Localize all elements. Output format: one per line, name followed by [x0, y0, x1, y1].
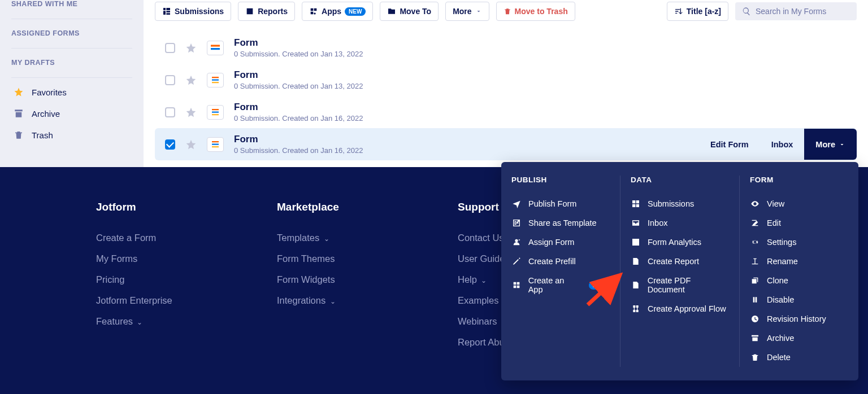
footer-link-features[interactable]: Features ⌄ [96, 316, 209, 327]
form-row[interactable]: Form 0 Submission. Created on Jan 16, 20… [155, 96, 857, 128]
menu-section-head: FORM [750, 176, 848, 184]
svg-rect-10 [212, 146, 219, 147]
sidebar-item-trash[interactable]: Trash [11, 124, 132, 146]
form-type-icon [207, 41, 224, 55]
form-type-icon [207, 73, 224, 87]
menu-item-settings[interactable]: Settings [750, 233, 848, 252]
footer-col-title: Jotform [96, 201, 209, 213]
apps-button[interactable]: Apps NEW [302, 2, 373, 21]
menu-item-view[interactable]: View [750, 194, 848, 213]
form-subtitle: 0 Submission. Created on Jan 16, 2022 [234, 146, 363, 155]
chevron-down-icon [839, 141, 845, 148]
svg-rect-1 [211, 48, 220, 50]
footer-link-templates[interactable]: Templates ⌄ [277, 233, 390, 243]
pencil-icon [511, 257, 522, 266]
star-icon [14, 87, 24, 97]
form-row[interactable]: Form 0 Submission. Created on Jan 13, 20… [155, 32, 857, 64]
sidebar-item-archive[interactable]: Archive [11, 103, 132, 124]
form-row[interactable]: Form 0 Submission. Created on Jan 13, 20… [155, 64, 857, 96]
star-icon[interactable] [185, 75, 197, 86]
menu-item-inbox[interactable]: Inbox [631, 213, 729, 233]
sidebar-item-favorites[interactable]: Favorites [11, 81, 132, 103]
trash-icon [504, 7, 511, 15]
button-label: Move to Trash [515, 7, 568, 16]
divider [11, 48, 132, 49]
main: Submissions Reports Apps NEW Move To Mor… [144, 0, 868, 167]
menu-item-delete[interactable]: Delete [750, 348, 848, 367]
footer-link-integrations[interactable]: Integrations ⌄ [277, 295, 390, 306]
archive-icon [14, 108, 24, 119]
edit-form-button[interactable]: Edit Form [699, 129, 760, 160]
menu-item-create-pdf[interactable]: Create PDF Document [631, 271, 729, 299]
sidebar-item-label: Favorites [32, 87, 67, 97]
assign-icon [511, 238, 522, 247]
sidebar-section-shared[interactable]: SHARED WITH ME [11, 0, 132, 15]
report-icon [631, 257, 641, 266]
menu-item-clone[interactable]: Clone [750, 271, 848, 290]
menu-item-disable[interactable]: Disable [750, 290, 848, 309]
footer-link-widgets[interactable]: Form Widgets [277, 274, 390, 285]
more-button[interactable]: More [445, 2, 489, 21]
checkbox[interactable] [165, 139, 175, 150]
sort-icon [674, 7, 683, 16]
sort-button[interactable]: Title [a-z] [667, 2, 728, 21]
menu-item-analytics[interactable]: Form Analytics [631, 233, 729, 252]
sidebar: SHARED WITH ME ASSIGNED FORMS MY DRAFTS … [0, 0, 144, 167]
trash-icon [750, 353, 760, 362]
sidebar-item-label: Trash [32, 130, 53, 140]
svg-rect-5 [212, 109, 219, 110]
form-subtitle: 0 Submission. Created on Jan 16, 2022 [234, 114, 363, 122]
star-icon[interactable] [185, 42, 197, 54]
footer-link-my-forms[interactable]: My Forms [96, 253, 209, 264]
history-icon [750, 314, 760, 323]
inbox-button[interactable]: Inbox [760, 129, 805, 160]
form-title: Form [234, 69, 363, 81]
chevron-down-icon: ⌄ [322, 235, 329, 243]
form-title: Form [234, 37, 363, 49]
checkbox[interactable] [165, 75, 175, 85]
clone-icon [750, 276, 760, 285]
form-subtitle: 0 Submission. Created on Jan 13, 2022 [234, 82, 363, 90]
sidebar-section-drafts[interactable]: MY DRAFTS [11, 52, 132, 74]
menu-item-create-prefill[interactable]: Create Prefill [511, 252, 610, 271]
trash-icon [14, 130, 24, 140]
menu-item-revision[interactable]: Revision History [750, 309, 848, 329]
star-icon[interactable] [185, 107, 197, 118]
search-input[interactable] [756, 7, 850, 16]
row-more-button[interactable]: More [804, 129, 857, 160]
footer-link-create-form[interactable]: Create a Form [96, 233, 209, 243]
menu-item-approval-flow[interactable]: Create Approval Flow [631, 299, 729, 318]
footer-link-enterprise[interactable]: Jotform Enterprise [96, 295, 209, 306]
move-to-button[interactable]: Move To [380, 2, 439, 21]
menu-item-rename[interactable]: Rename [750, 252, 848, 271]
menu-item-create-report[interactable]: Create Report [631, 252, 729, 271]
menu-item-publish-form[interactable]: Publish Form [511, 194, 610, 213]
footer-link-themes[interactable]: Form Themes [277, 253, 390, 264]
button-label: Apps [322, 7, 341, 16]
menu-item-create-app[interactable]: Create an AppNEW [511, 271, 610, 299]
move-to-trash-button[interactable]: Move to Trash [496, 2, 575, 21]
menu-item-share-template[interactable]: Share as Template [511, 213, 610, 233]
checkbox[interactable] [165, 107, 175, 117]
menu-item-assign-form[interactable]: Assign Form [511, 233, 610, 252]
pause-icon [750, 295, 760, 304]
menu-item-submissions[interactable]: Submissions [631, 194, 729, 213]
sidebar-section-assigned[interactable]: ASSIGNED FORMS [11, 23, 132, 45]
form-type-icon [207, 105, 224, 120]
form-row[interactable]: Form 0 Submission. Created on Jan 16, 20… [155, 128, 857, 160]
chart-icon [245, 7, 254, 16]
star-icon[interactable] [185, 139, 197, 150]
submissions-button[interactable]: Submissions [155, 2, 231, 21]
checkbox[interactable] [165, 43, 175, 53]
reports-button[interactable]: Reports [238, 2, 295, 21]
flow-icon [631, 304, 641, 313]
footer-link-pricing[interactable]: Pricing [96, 274, 209, 285]
svg-rect-9 [212, 143, 219, 145]
gear-icon [750, 238, 760, 247]
menu-item-archive[interactable]: Archive [750, 329, 848, 348]
menu-item-edit[interactable]: Edit [750, 213, 848, 233]
menu-section-head: DATA [631, 176, 729, 184]
search-box[interactable] [735, 2, 857, 20]
footer-col-title: Marketplace [277, 201, 390, 213]
new-badge: NEW [589, 281, 610, 290]
